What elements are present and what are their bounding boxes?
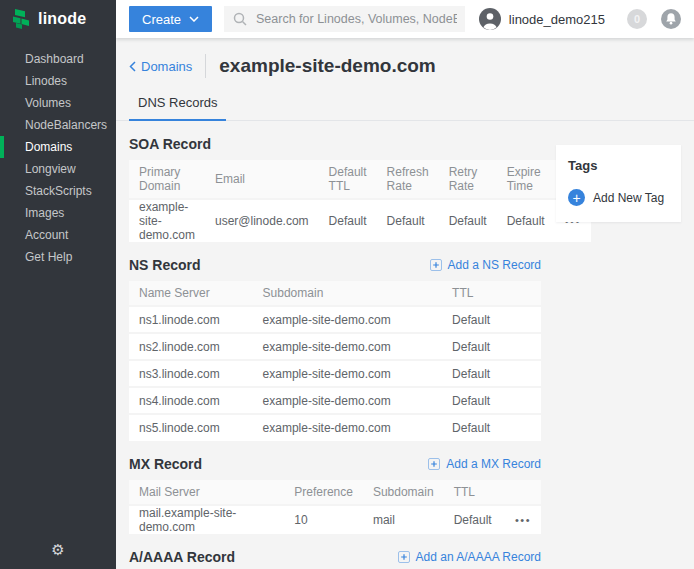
table-row: mail.example-site-demo.com10mailDefault•…: [129, 505, 541, 534]
table-cell: Default: [377, 199, 439, 242]
record-section: NS RecordAdd a NS RecordName ServerSubdo…: [129, 257, 541, 441]
column-header[interactable]: Subdomain: [363, 480, 444, 505]
table-row: ns4.linode.comexample-site-demo.comDefau…: [129, 387, 541, 414]
table-cell: ns2.linode.com: [129, 333, 253, 360]
plus-square-icon: [428, 458, 440, 470]
linode-logo-icon: [12, 9, 31, 29]
table-cell: Default: [439, 199, 497, 242]
table-row: ns2.linode.comexample-site-demo.comDefau…: [129, 333, 541, 360]
table-cell: user@linode.com: [205, 199, 319, 242]
user-menu[interactable]: linode_demo215: [479, 8, 615, 30]
table-cell: Default: [442, 333, 541, 360]
add-record-button[interactable]: Add an A/AAAA Record: [398, 550, 541, 564]
create-button-label: Create: [142, 12, 181, 27]
table-cell: example-site-demo.com: [253, 387, 443, 414]
section-title: NS Record: [129, 257, 201, 273]
section-title: MX Record: [129, 456, 202, 472]
sidebar-item-get-help[interactable]: Get Help: [0, 246, 116, 268]
table-cell: example-site-demo.com: [253, 414, 443, 441]
sidebar-item-domains[interactable]: Domains: [0, 136, 116, 158]
section-header: NS RecordAdd a NS Record: [129, 257, 541, 273]
table-cell: Default: [442, 306, 541, 333]
records-table: Mail ServerPreferenceSubdomainTTLmail.ex…: [129, 480, 541, 534]
column-header[interactable]: Expire Time: [497, 160, 555, 199]
plus-square-icon: [398, 551, 410, 563]
tags-panel: Tags + Add New Tag: [556, 145, 681, 222]
table-cell: ns1.linode.com: [129, 306, 253, 333]
column-header[interactable]: Mail Server: [129, 480, 284, 505]
add-record-label: Add a MX Record: [446, 457, 541, 471]
sidebar-item-dashboard[interactable]: Dashboard: [0, 48, 116, 70]
tab-dns-records[interactable]: DNS Records: [129, 95, 226, 121]
notifications-bell-button[interactable]: [661, 9, 681, 29]
column-header[interactable]: Preference: [284, 480, 363, 505]
column-header[interactable]: TTL: [444, 480, 505, 505]
table-row: example-site-demo.comuser@linode.comDefa…: [129, 199, 591, 242]
column-header[interactable]: Refresh Rate: [377, 160, 439, 199]
table-cell: Default: [444, 505, 505, 534]
table-cell: Default: [497, 199, 555, 242]
table-cell: ns4.linode.com: [129, 387, 253, 414]
chevron-down-icon: [189, 16, 199, 22]
table-cell: example-site-demo.com: [253, 333, 443, 360]
linode-logo[interactable]: linode: [0, 0, 116, 38]
add-new-tag-button[interactable]: + Add New Tag: [568, 189, 669, 206]
header-divider: [205, 54, 206, 78]
notification-count-badge[interactable]: 0: [627, 9, 647, 29]
column-header[interactable]: Retry Rate: [439, 160, 497, 199]
column-header[interactable]: Subdomain: [253, 281, 443, 306]
sidebar-item-stackscripts[interactable]: StackScripts: [0, 180, 116, 202]
record-section: SOA RecordPrimary DomainEmailDefault TTL…: [129, 136, 541, 242]
create-button[interactable]: Create: [129, 6, 212, 32]
topbar: Create linode_demo215 0: [116, 0, 694, 38]
tab-bar: DNS Records: [116, 93, 694, 121]
row-actions-menu[interactable]: •••: [505, 505, 541, 534]
content-area: Domains example-site-demo.com DNS Record…: [116, 38, 694, 569]
table-cell: mail.example-site-demo.com: [129, 505, 284, 534]
column-header[interactable]: Name Server: [129, 281, 253, 306]
add-record-label: Add an A/AAAA Record: [416, 550, 541, 564]
search-input[interactable]: [224, 6, 465, 32]
gear-icon[interactable]: ⚙: [0, 541, 116, 559]
plus-circle-icon: +: [568, 189, 585, 206]
sidebar-item-linodes[interactable]: Linodes: [0, 70, 116, 92]
table-cell: Default: [442, 360, 541, 387]
sidebar: linode DashboardLinodesVolumesNodeBalanc…: [0, 0, 116, 569]
section-title: A/AAAA Record: [129, 549, 235, 565]
records-table: Primary DomainEmailDefault TTLRefresh Ra…: [129, 160, 591, 242]
sidebar-item-images[interactable]: Images: [0, 202, 116, 224]
table-cell: 10: [284, 505, 363, 534]
sidebar-item-longview[interactable]: Longview: [0, 158, 116, 180]
section-header: MX RecordAdd a MX Record: [129, 456, 541, 472]
breadcrumb-label: Domains: [141, 59, 192, 74]
column-header[interactable]: Primary Domain: [129, 160, 205, 199]
sidebar-item-account[interactable]: Account: [0, 224, 116, 246]
table-cell: example-site-demo.com: [253, 306, 443, 333]
sidebar-nav: DashboardLinodesVolumesNodeBalancersDoma…: [0, 48, 116, 268]
chevron-left-icon: [129, 61, 136, 72]
table-cell: example-site-demo.com: [129, 199, 205, 242]
table-row: ns1.linode.comexample-site-demo.comDefau…: [129, 306, 541, 333]
table-cell: ns5.linode.com: [129, 414, 253, 441]
sidebar-item-nodebalancers[interactable]: NodeBalancers: [0, 114, 116, 136]
table-row: ns5.linode.comexample-site-demo.comDefau…: [129, 414, 541, 441]
table-cell: Default: [319, 199, 377, 242]
tags-panel-title: Tags: [568, 158, 669, 173]
breadcrumb[interactable]: Domains: [129, 59, 192, 74]
add-record-button[interactable]: Add a MX Record: [428, 457, 541, 471]
record-section: MX RecordAdd a MX RecordMail ServerPrefe…: [129, 456, 541, 534]
page-body: SOA RecordPrimary DomainEmailDefault TTL…: [116, 121, 694, 569]
table-cell: mail: [363, 505, 444, 534]
column-header[interactable]: Email: [205, 160, 319, 199]
username: linode_demo215: [509, 12, 605, 27]
section-header: A/AAAA RecordAdd an A/AAAA Record: [129, 549, 541, 565]
table-cell: Default: [442, 414, 541, 441]
page-header: Domains example-site-demo.com: [116, 38, 694, 78]
brand-name: linode: [38, 10, 86, 28]
add-record-button[interactable]: Add a NS Record: [430, 258, 541, 272]
sidebar-item-volumes[interactable]: Volumes: [0, 92, 116, 114]
column-header[interactable]: Default TTL: [319, 160, 377, 199]
column-header[interactable]: TTL: [442, 281, 541, 306]
table-cell: example-site-demo.com: [253, 360, 443, 387]
search-bar: [224, 6, 465, 32]
